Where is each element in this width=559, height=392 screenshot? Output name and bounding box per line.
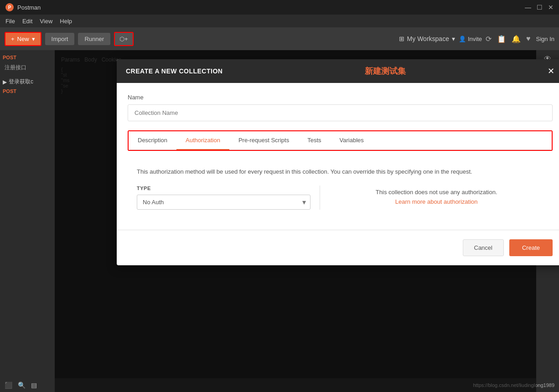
learn-more-text: Learn more about xyxy=(395,198,442,205)
content-area: Params Body Cookies { "st "ms "se } CREA… xyxy=(55,50,536,392)
type-label: TYPE xyxy=(137,186,311,191)
sidebar-section-1[interactable]: ▶ 登录获取c xyxy=(3,78,52,86)
dialog-header: CREATE A NEW COLLECTION 新建测试集 ✕ xyxy=(117,59,559,83)
plus-icon: + xyxy=(11,36,15,42)
sidebar-method-2: POST xyxy=(3,88,52,94)
workspace-label: My Workspace xyxy=(407,35,449,42)
minimize-button[interactable]: — xyxy=(525,4,531,11)
create-collection-dialog: CREATE A NEW COLLECTION 新建测试集 ✕ Name Des… xyxy=(117,59,559,265)
tabs-container: Description Authorization Pre-request Sc… xyxy=(128,130,553,151)
toolbar: + New ▾ Import Runner ⬡+ ⊞ My Workspace … xyxy=(0,27,559,50)
menu-edit[interactable]: Edit xyxy=(22,18,32,25)
heart-button[interactable]: ♥ xyxy=(526,35,531,43)
workspace-dropdown-icon: ▾ xyxy=(452,35,455,42)
main-area: POST 注册接口 ▶ 登录获取c POST Params Body Cooki… xyxy=(0,50,559,392)
sync-button[interactable]: ⟳ xyxy=(486,35,492,43)
auth-type-select[interactable]: No Auth API Key Bearer Token Basic Auth xyxy=(137,195,311,210)
dialog-footer: Cancel Create xyxy=(117,230,559,265)
menubar: File Edit View Help xyxy=(0,15,559,27)
invite-label: Invite xyxy=(468,36,482,42)
dialog-title: CREATE A NEW COLLECTION xyxy=(126,67,223,75)
workspace-selector[interactable]: ⊞ My Workspace ▾ xyxy=(399,35,455,42)
invite-icon: 👤 xyxy=(459,36,466,42)
terminal-icon[interactable]: ⬛ xyxy=(5,382,12,389)
close-window-button[interactable]: ✕ xyxy=(548,4,554,11)
dialog-body: Name Description Authorization Pre-reque… xyxy=(117,83,559,230)
sidebar-item-1[interactable]: 注册接口 xyxy=(3,62,52,73)
tab-description[interactable]: Description xyxy=(129,131,176,150)
import-button[interactable]: Import xyxy=(45,33,75,45)
runner-button[interactable]: Runner xyxy=(78,33,110,45)
authorization-text: authorization xyxy=(444,198,477,205)
menu-file[interactable]: File xyxy=(5,18,15,25)
app-logo: P xyxy=(5,3,14,11)
tab-pre-request[interactable]: Pre-request Scripts xyxy=(229,131,298,150)
sidebar-section-label: 登录获取c xyxy=(9,78,33,86)
runner-icon: ⬡+ xyxy=(119,36,128,42)
auth-left: TYPE No Auth API Key Bearer Token Basic … xyxy=(137,186,320,210)
collection-name-input[interactable] xyxy=(128,104,553,121)
new-dropdown-icon: ▾ xyxy=(32,36,35,42)
titlebar: P Postman — ☐ ✕ xyxy=(0,0,559,15)
tab-authorization[interactable]: Authorization xyxy=(176,131,229,150)
history-button[interactable]: 📋 xyxy=(497,35,506,43)
new-label: New xyxy=(17,36,29,42)
dialog-subtitle: 新建测试集 xyxy=(365,66,406,77)
tab-variables[interactable]: Variables xyxy=(331,131,373,150)
bottom-bar-left: ⬛ 🔍 ▤ xyxy=(5,382,37,389)
restore-button[interactable]: ☐ xyxy=(537,4,543,11)
titlebar-controls: — ☐ ✕ xyxy=(525,4,554,11)
runner-icon-button[interactable]: ⬡+ xyxy=(114,32,134,46)
tabs: Description Authorization Pre-request Sc… xyxy=(129,131,552,150)
create-button[interactable]: Create xyxy=(509,239,553,256)
titlebar-left: P Postman xyxy=(5,3,41,11)
no-auth-text: This collection does not use any authori… xyxy=(376,189,497,196)
auth-description: This authorization method will be used f… xyxy=(137,167,543,176)
workspace-icon: ⊞ xyxy=(399,35,404,42)
auth-layout: TYPE No Auth API Key Bearer Token Basic … xyxy=(137,186,543,210)
new-button[interactable]: + New ▾ xyxy=(5,32,41,46)
name-field-label: Name xyxy=(128,94,553,101)
sidebar-method-1: POST xyxy=(3,55,52,60)
sidebar: POST 注册接口 ▶ 登录获取c POST xyxy=(0,50,55,392)
menu-help[interactable]: Help xyxy=(60,18,72,25)
type-select-wrapper: No Auth API Key Bearer Token Basic Auth xyxy=(137,195,311,210)
signin-button[interactable]: Sign In xyxy=(536,36,554,42)
search-bottom-icon[interactable]: 🔍 xyxy=(18,382,26,389)
app-title: Postman xyxy=(17,4,41,11)
auth-content: This authorization method will be used f… xyxy=(128,160,553,219)
learn-more-link[interactable]: Learn more about authorization xyxy=(395,198,478,205)
menu-view[interactable]: View xyxy=(40,18,52,25)
invite-button[interactable]: 👤 Invite xyxy=(459,36,482,42)
auth-right: This collection does not use any authori… xyxy=(320,186,543,210)
bell-button[interactable]: 🔔 xyxy=(512,35,521,43)
no-auth-message: This collection does not use any authori… xyxy=(376,188,497,207)
chevron-icon: ▶ xyxy=(3,79,7,85)
layout-icon[interactable]: ▤ xyxy=(31,382,37,389)
dialog-close-button[interactable]: ✕ xyxy=(548,66,554,76)
tab-tests[interactable]: Tests xyxy=(298,131,330,150)
cancel-button[interactable]: Cancel xyxy=(463,239,504,256)
toolbar-right-icons: ⟳ 📋 🔔 ♥ Sign In xyxy=(486,35,554,43)
